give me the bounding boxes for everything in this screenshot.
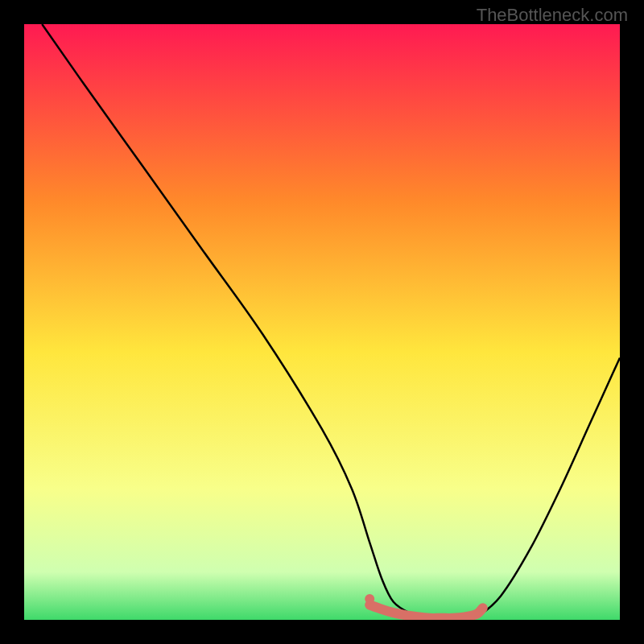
- chart-container: TheBottleneck.com: [0, 0, 644, 644]
- svg-point-1: [365, 594, 374, 604]
- plot-area: [24, 24, 620, 620]
- highlight-band: [24, 24, 620, 620]
- watermark-text: TheBottleneck.com: [477, 5, 628, 26]
